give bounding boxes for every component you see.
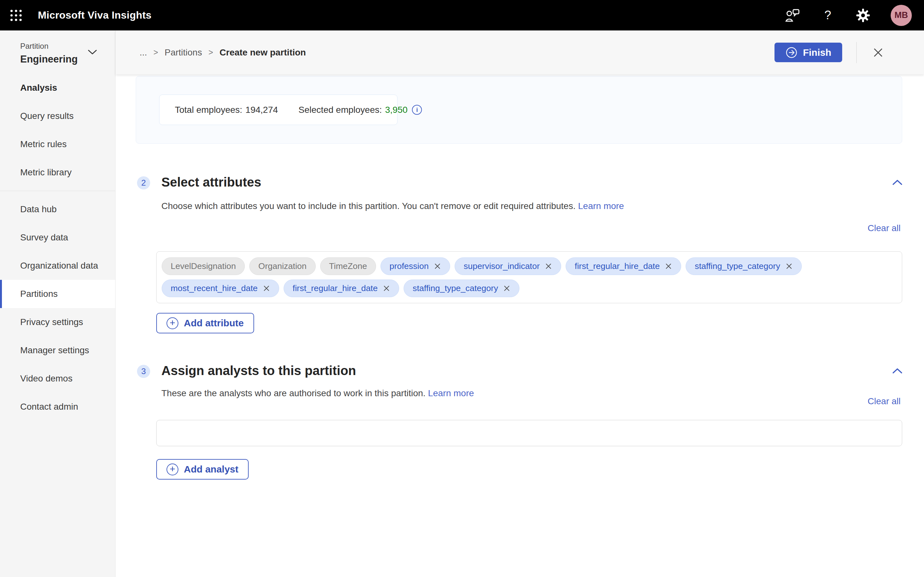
help-icon[interactable]: ? [820,8,835,23]
section-3-description: These are the analysts who are authorise… [162,386,771,400]
page-header: ... > Partitions > Create new partition … [115,31,924,74]
sidebar-item-query-results[interactable]: Query results [0,102,115,130]
forward-arrow-icon [785,47,798,59]
chevron-down-icon[interactable] [87,49,97,56]
section-3-learn-more-link[interactable]: Learn more [428,388,474,398]
remove-chip-icon[interactable] [785,263,793,270]
remove-chip-icon[interactable] [263,285,270,292]
sidebar-item-organizational-data[interactable]: Organizational data [0,251,115,280]
total-employees-label: Total employees: [175,105,242,115]
partition-context[interactable]: Partition Engineering [0,31,115,65]
selected-employees-stat: Selected employees: 3,950 i [298,105,422,115]
sidebar-item-video-demos[interactable]: Video demos [0,364,115,393]
sidebar-item-partitions[interactable]: Partitions [0,280,115,308]
add-analyst-label: Add analyst [184,464,238,475]
attribute-chip: first_regular_hire_date [284,279,399,297]
attribute-chip-label: staffing_type_category [695,261,780,271]
section-3-description-text: These are the analysts who are authorise… [162,388,425,398]
attribute-chip-label: most_recent_hire_date [171,284,258,293]
analysts-clear-all-link[interactable]: Clear all [867,396,901,406]
close-button[interactable] [871,45,885,60]
sidebar-item-contact-admin[interactable]: Contact admin [0,393,115,421]
remove-chip-icon[interactable] [383,285,390,292]
breadcrumb-separator: > [208,48,213,57]
app-window: Microsoft Viva Insights ? [0,0,924,577]
sidebar-item-metric-rules[interactable]: Metric rules [0,130,115,158]
attribute-chip: first_regular_hire_date [565,258,681,275]
attribute-chip-label: first_regular_hire_date [292,284,378,293]
avatar[interactable]: MB [891,5,912,26]
topbar: Microsoft Viva Insights ? [0,0,924,31]
section-2-learn-more-link[interactable]: Learn more [578,201,624,211]
info-icon[interactable]: i [412,105,422,115]
remove-chip-icon[interactable] [434,263,441,270]
section-3-title: Assign analysts to this partition [162,363,356,378]
sidebar: Partition Engineering Analysis Query res… [0,31,115,577]
employee-stats-card: Total employees: 194,274 Selected employ… [159,95,397,125]
required-attribute-chip: LevelDesignation [162,258,245,275]
add-attribute-button[interactable]: + Add attribute [156,313,254,334]
breadcrumb: ... > Partitions > Create new partition [140,47,774,58]
attribute-chip-label: first_regular_hire_date [575,261,660,271]
header-divider [856,42,857,63]
attribute-chip-label: profession [389,261,429,271]
plus-icon: + [166,318,178,329]
remove-chip-icon[interactable] [545,263,552,270]
section-2-collapse-button[interactable] [891,177,904,188]
sidebar-item-privacy-settings[interactable]: Privacy settings [0,308,115,336]
settings-gear-icon[interactable] [855,8,871,23]
help-glyph: ? [824,8,831,22]
sidebar-item-survey-data[interactable]: Survey data [0,223,115,251]
partition-summary-panel: Total employees: 194,274 Selected employ… [136,76,902,143]
total-employees-value: 194,274 [246,105,278,115]
close-icon [872,47,884,58]
section-3-collapse-button[interactable] [891,366,904,377]
main-content: Total employees: 194,274 Selected employ… [115,74,924,577]
required-attribute-chip: Organization [249,258,315,275]
analyst-input[interactable] [156,420,902,446]
chevron-up-icon [892,179,903,186]
attribute-chip: profession [381,258,450,275]
total-employees-stat: Total employees: 194,274 [175,105,278,115]
required-attribute-chip: TimeZone [320,258,376,275]
sidebar-divider [0,191,115,191]
sidebar-nav: Analysis Query results Metric rules Metr… [0,74,115,421]
breadcrumb-partitions[interactable]: Partitions [165,47,202,58]
attribute-chip-label: supervisor_indicator [464,261,540,271]
remove-chip-icon[interactable] [503,285,510,292]
attribute-chip: supervisor_indicator [455,258,561,275]
attributes-clear-all-link[interactable]: Clear all [867,223,901,234]
section-2-description: Choose which attributes you want to incl… [162,199,636,213]
topbar-actions: ? MB [785,5,916,26]
chevron-up-icon [892,367,903,374]
feedback-icon[interactable] [785,8,800,23]
section-2-title: Select attributes [162,174,261,190]
plus-icon: + [166,464,178,475]
app-title: Microsoft Viva Insights [38,9,152,21]
breadcrumb-ellipsis[interactable]: ... [140,47,147,58]
finish-button[interactable]: Finish [774,43,842,62]
section-2-description-text: Choose which attributes you want to incl… [162,201,575,211]
add-attribute-label: Add attribute [184,318,244,329]
sidebar-item-data-hub[interactable]: Data hub [0,195,115,223]
attribute-chip: staffing_type_category [686,258,801,275]
waffle-grid-icon [9,8,23,23]
section-2-number-badge: 2 [137,176,150,189]
breadcrumb-current: Create new partition [220,47,306,58]
section-3-number-badge: 3 [137,365,150,378]
selected-employees-label: Selected employees: [298,105,382,115]
finish-button-label: Finish [803,47,831,58]
breadcrumb-separator: > [153,48,158,57]
attribute-chip-label: staffing_type_category [413,284,498,293]
add-analyst-button[interactable]: + Add analyst [156,459,249,480]
sidebar-item-manager-settings[interactable]: Manager settings [0,336,115,364]
attribute-chip: most_recent_hire_date [162,279,279,297]
sidebar-item-metric-library[interactable]: Metric library [0,158,115,187]
attribute-chip: staffing_type_category [404,279,519,297]
attribute-chips-container: LevelDesignation Organization TimeZone p… [156,251,902,303]
sidebar-item-analysis[interactable]: Analysis [0,74,115,102]
app-launcher-icon[interactable] [8,7,24,24]
selected-employees-value: 3,950 [385,105,407,115]
remove-chip-icon[interactable] [665,263,672,270]
